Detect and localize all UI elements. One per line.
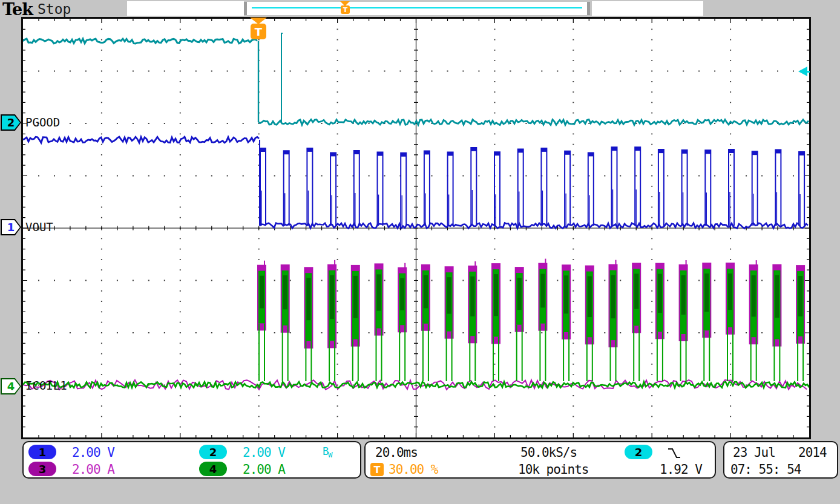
top-menu-box-right (592, 1, 703, 16)
acquisition-status: Stop (38, 1, 71, 17)
oscilloscope-screen: Tek Stop T T 2 PGOOD 1 VOUT 4 ICOIL1 1 2… (0, 0, 840, 504)
channel-4-badge: 4 (199, 462, 227, 476)
trigger-source-badge: 2 (625, 445, 652, 459)
trigger-position-icon: T (370, 463, 384, 476)
trace-label-vout: VOUT (25, 220, 53, 234)
bandwidth-limit-letter: B (323, 445, 328, 457)
date-readout: 23 Jul (733, 445, 775, 460)
top-menu-box-left (127, 1, 244, 16)
channel-4-position-marker: 4 (1, 378, 21, 394)
trace-label-pgood: PGOOD (25, 116, 60, 129)
channel-1-badge: 1 (28, 445, 56, 459)
waveform-display (23, 19, 809, 437)
trigger-slope-falling-icon (667, 446, 681, 460)
trigger-position-readout: 30.00 % (389, 462, 438, 477)
graticule (21, 17, 811, 439)
record-trigger-position-marker: T (341, 5, 350, 14)
record-length-readout: 10k points (518, 462, 588, 477)
bandwidth-limit-sub: W (328, 451, 332, 459)
tek-logo: Tek (2, 0, 33, 19)
channel-2-position-marker: 2 (1, 114, 21, 131)
sample-rate-readout: 50.0kS/s (520, 445, 577, 460)
channel-readout-box: 1 2.00 V 2 2.00 V BW 3 2.00 A 4 2.00 A (22, 441, 361, 479)
record-window-line (252, 7, 582, 8)
channel-1-position-marker: 1 (1, 219, 21, 235)
channel-2-scale: 2.00 V (243, 445, 285, 460)
trigger-level-readout: 1.92 V (660, 462, 702, 477)
year-readout: 2014 (798, 445, 827, 460)
channel-4-scale: 2.00 A (243, 462, 285, 477)
time-readout: 07: 55: 54 (730, 462, 801, 477)
record-view-bar (244, 2, 590, 15)
trigger-point-flag: T (251, 24, 266, 39)
timebase-readout: 20.0ms (375, 445, 418, 460)
channel-1-scale: 2.00 V (72, 445, 114, 460)
trace-label-icoil1: ICOIL1 (25, 379, 67, 392)
channel-2-badge: 2 (199, 445, 227, 459)
datetime-box: 23 Jul 2014 07: 55: 54 (723, 441, 838, 479)
trigger-level-arrow-icon (798, 67, 807, 76)
bandwidth-limit-icon: BW (323, 445, 332, 459)
horizontal-trigger-readout-box: 20.0ms T 30.00 % 50.0kS/s 10k points 2 1… (364, 441, 716, 479)
trigger-level-arrow-tail (807, 71, 810, 73)
channel-3-badge: 3 (28, 462, 56, 476)
channel-3-scale: 2.00 A (72, 462, 114, 477)
